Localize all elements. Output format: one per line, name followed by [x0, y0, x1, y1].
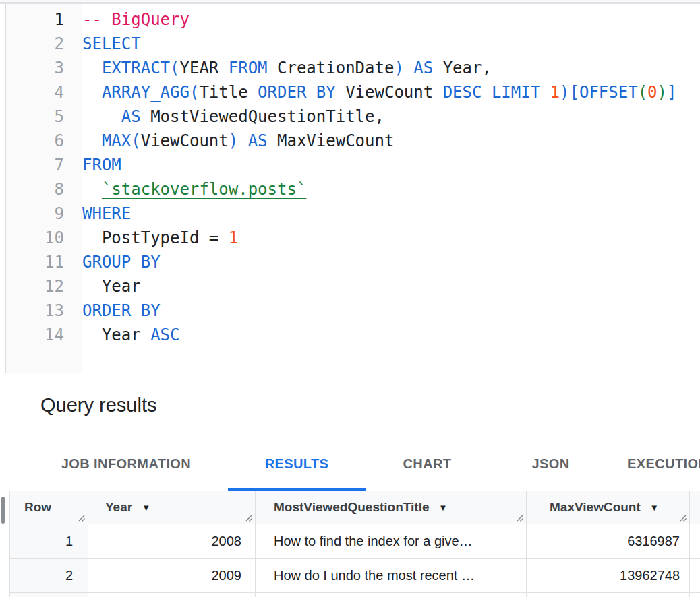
code-token: Year: [82, 277, 141, 296]
code-token: GROUP BY: [82, 253, 161, 272]
column-resize-handle-icon[interactable]: [77, 513, 86, 522]
table-row: 12008How to find the index for a give…63…: [10, 524, 700, 559]
table-cell: 13962748: [527, 559, 690, 592]
column-label: MostViewedQuestionTitle: [274, 500, 430, 515]
code-lines[interactable]: 1-- BigQuery2SELECT3 EXTRACT(YEAR FROM C…: [6, 7, 700, 347]
tab-json[interactable]: JSON: [489, 437, 612, 491]
code-text: ORDER BY: [64, 298, 161, 323]
column-resize-handle-icon[interactable]: [244, 513, 253, 522]
line-number: 11: [6, 250, 64, 274]
code-token: ORDER BY: [82, 301, 161, 320]
line-number: 7: [6, 153, 64, 177]
code-token: [82, 83, 102, 102]
code-token: EXTRACT(: [102, 59, 180, 77]
line-number: 8: [6, 177, 64, 201]
code-token: AS: [248, 131, 268, 150]
code-line-3[interactable]: 3 EXTRACT(YEAR FROM CreationDate) AS Yea…: [6, 56, 700, 80]
tab-chart[interactable]: CHART: [366, 437, 489, 491]
code-text: AS MostViewedQuestionTitle,: [64, 104, 384, 129]
table-cell: [256, 593, 527, 597]
code-text: EXTRACT(YEAR FROM CreationDate) AS Year,: [64, 56, 492, 80]
code-token: )[OFFSET: [560, 83, 638, 102]
code-line-10[interactable]: 10 PostTypeId = 1: [6, 226, 700, 250]
sort-dropdown-icon[interactable]: ▼: [439, 503, 448, 513]
code-token: 1: [550, 83, 560, 102]
code-text: Year: [64, 274, 141, 298]
code-text: SELECT: [64, 32, 141, 56]
column-header-row[interactable]: Row: [10, 491, 88, 524]
code-line-7[interactable]: 7FROM: [6, 153, 700, 177]
line-number: 14: [6, 323, 64, 347]
column-header-year[interactable]: Year▼: [88, 491, 256, 524]
code-text: -- BigQuery: [64, 7, 189, 32]
tab-execution-details[interactable]: EXECUTION DETAILS: [612, 437, 700, 491]
code-token: ASC: [150, 325, 179, 344]
column-resize-handle-icon[interactable]: [678, 513, 687, 522]
results-title-bar: Query results: [0, 373, 700, 437]
code-line-2[interactable]: 2SELECT: [6, 32, 700, 56]
code-token: FROM: [229, 59, 268, 77]
column-header-maxviewcount[interactable]: MaxViewCount▼: [527, 491, 690, 524]
line-number: 2: [6, 32, 64, 56]
code-token: FROM: [82, 156, 121, 175]
column-label: Year: [105, 500, 132, 515]
code-token: SELECT: [82, 34, 141, 53]
code-token: [238, 131, 247, 150]
code-line-12[interactable]: 12 Year: [6, 274, 700, 298]
table-row: 22009How do I undo the most recent …1396…: [10, 559, 700, 593]
code-line-13[interactable]: 13ORDER BY: [6, 298, 700, 323]
vertical-scrollbar-thumb[interactable]: [1, 497, 5, 524]
tab-results[interactable]: RESULTS: [228, 437, 366, 491]
code-text: WHERE: [64, 201, 131, 226]
tab-label: RESULTS: [265, 456, 329, 472]
code-token: ORDER BY: [258, 83, 336, 102]
code-line-8[interactable]: 8 `stackoverflow.posts`: [6, 177, 700, 201]
code-text: PostTypeId = 1: [64, 226, 238, 250]
code-token: ): [658, 83, 667, 102]
code-token: [82, 107, 121, 126]
sql-editor[interactable]: 1-- BigQuery2SELECT3 EXTRACT(YEAR FROM C…: [0, 4, 700, 373]
column-resize-handle-icon[interactable]: [515, 513, 524, 522]
table-cell-extra: [690, 559, 700, 592]
line-number: 4: [6, 80, 64, 104]
code-token: ): [394, 59, 403, 77]
code-token: YEAR: [180, 59, 229, 77]
table-cell: [10, 593, 88, 597]
line-number: 1: [6, 7, 64, 32]
code-text: FROM: [64, 153, 121, 177]
code-line-11[interactable]: 11GROUP BY: [6, 250, 700, 274]
code-line-5[interactable]: 5 AS MostViewedQuestionTitle,: [6, 104, 700, 129]
code-token: MAX(: [102, 131, 141, 150]
table-cell-extra: [690, 524, 700, 558]
code-token: PostTypeId =: [82, 228, 229, 247]
column-header-mostviewedquestiontitle[interactable]: MostViewedQuestionTitle▼: [256, 491, 527, 524]
code-token: CreationDate: [268, 59, 395, 77]
table-reference-link[interactable]: `stackoverflow.posts`: [102, 180, 306, 199]
code-token: [82, 180, 102, 199]
code-token: 0: [647, 83, 657, 102]
code-text: Year ASC: [64, 323, 180, 347]
sort-dropdown-icon[interactable]: ▼: [650, 503, 659, 513]
code-token: Year,: [433, 59, 492, 77]
code-token: ViewCount: [141, 131, 229, 150]
code-token: (: [638, 83, 647, 102]
table-row-partial: [10, 593, 700, 597]
table-header-row: RowYear▼MostViewedQuestionTitle▼MaxViewC…: [10, 491, 700, 524]
table-cell: 6316987: [527, 524, 690, 558]
code-line-4[interactable]: 4 ARRAY_AGG(Title ORDER BY ViewCount DES…: [6, 80, 700, 104]
code-token: [82, 59, 102, 77]
code-token: MaxViewCount: [268, 131, 395, 150]
code-line-14[interactable]: 14 Year ASC: [6, 323, 700, 347]
code-line-9[interactable]: 9WHERE: [6, 201, 700, 226]
tab-job-information[interactable]: JOB INFORMATION: [24, 437, 228, 491]
code-line-1[interactable]: 1-- BigQuery: [6, 7, 700, 32]
sort-dropdown-icon[interactable]: ▼: [142, 503, 150, 513]
tab-label: CHART: [403, 456, 452, 472]
code-token: WHERE: [82, 204, 131, 223]
tab-label: JSON: [531, 456, 569, 472]
table-cell: 2008: [88, 524, 256, 558]
code-text: ARRAY_AGG(Title ORDER BY ViewCount DESC …: [64, 80, 676, 104]
table-cell: 2009: [88, 559, 256, 592]
code-text: `stackoverflow.posts`: [64, 177, 306, 201]
code-line-6[interactable]: 6 MAX(ViewCount) AS MaxViewCount: [6, 129, 700, 153]
